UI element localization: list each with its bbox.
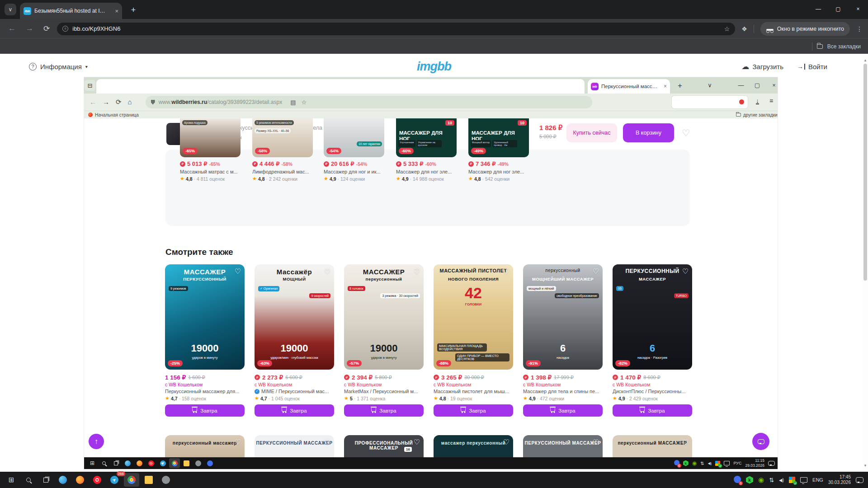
discount-badge: -65% <box>183 148 198 154</box>
product-old-price: 5 000 ₽ <box>539 134 562 140</box>
forward-icon[interactable]: → <box>26 24 33 33</box>
security-shield-icon <box>151 100 155 105</box>
image-title: Массажёр <box>255 268 334 276</box>
section-title: Смотрите также <box>165 247 233 257</box>
site-info-icon[interactable]: ≡ <box>62 26 68 32</box>
defender-icon[interactable] <box>789 477 795 483</box>
tab-search-chevron-icon[interactable]: ∨ <box>5 4 16 15</box>
tab-close-icon[interactable]: × <box>115 8 118 14</box>
product-price: 1 826 ₽ <box>539 124 562 132</box>
card-rating: 4,8 <box>474 176 481 182</box>
card-price: 3 265 ₽ <box>441 374 462 381</box>
network-icon[interactable] <box>800 477 807 483</box>
scroll-down-arrow[interactable]: ▼ <box>863 464 868 468</box>
scrollbar-thumb[interactable] <box>863 64 867 281</box>
firefox-button[interactable] <box>72 473 88 487</box>
app-button[interactable] <box>158 473 174 487</box>
card-rating: 4,9 <box>618 396 625 401</box>
imgbb-logo[interactable]: imgbb <box>0 60 868 74</box>
discount-badge: -58% <box>255 148 270 154</box>
address-bar[interactable]: ≡ ibb.co/Kp9XHGN6 ☆ <box>57 23 735 35</box>
new-tab-button[interactable]: + <box>127 4 139 16</box>
chat-bubble-icon <box>758 439 764 444</box>
volume-icon: ◀) <box>708 461 712 465</box>
bookmark-star-icon[interactable]: ☆ <box>724 25 730 33</box>
incognito-badge: Окно в режиме инкогнито <box>760 22 850 36</box>
card-rating: 4,7 <box>171 396 178 401</box>
image-caption: ударов в минуту <box>165 356 245 360</box>
image-chip: TURBO <box>674 293 689 298</box>
cloud-upload-icon: ☁ <box>742 62 750 71</box>
search-button[interactable] <box>21 473 36 487</box>
card-old-price: 5 800 ₽ <box>375 375 392 380</box>
product-card: ПЕРКУССИОННЫЙМАССАЖЕР05TURBO6насадок · Р… <box>613 264 692 417</box>
language-indicator[interactable]: ENG <box>812 477 823 483</box>
window-maximize-button[interactable]: ▢ <box>828 0 848 18</box>
card-name: Массажер для ног и ик... <box>324 169 384 174</box>
card-discount: -60% <box>425 161 436 167</box>
reader-mode-icon: ▤ <box>290 99 296 106</box>
card-old-price: 1 600 ₽ <box>188 375 205 380</box>
image-tag: Арома-подушка <box>182 120 208 125</box>
tray-app-icon[interactable]: 6 <box>734 476 741 484</box>
login-button[interactable]: → Войти <box>797 63 827 70</box>
page-scrollbar[interactable]: ▲ ▼ <box>863 54 868 472</box>
kaspersky-icon[interactable]: k <box>746 476 753 484</box>
discount-badge: -54% <box>326 148 341 154</box>
wishlist-heart-icon: ♡ <box>503 438 509 446</box>
carousel-card: Арома-подушка-65% ₽5 013 ₽-65% Массажный… <box>180 118 241 182</box>
hosted-screenshot-image[interactable]: ⊟ wb Перкуссионный массажер дл × + ∨ — ▢… <box>84 77 778 469</box>
all-bookmarks-button[interactable]: Все закладки <box>827 43 861 50</box>
inner-address-bar: www.wildberries.ru/catalog/393899223/det… <box>146 96 592 108</box>
imgbb-page: ? Информация ▾ imgbb ☁ Загрузить → Войти… <box>0 54 868 472</box>
url-text[interactable]: ibb.co/Kp9XHGN6 <box>72 25 120 32</box>
extensions-icon[interactable]: ❖ <box>741 25 747 33</box>
image-subtitle: перкуссионный <box>344 277 424 282</box>
bookmarks-bar: Все закладки <box>0 38 868 54</box>
upload-button[interactable]: ☁ Загрузить <box>742 62 784 71</box>
notifications-button[interactable] <box>856 477 863 483</box>
bookmarks-folder-icon <box>817 44 823 49</box>
browser-tab[interactable]: ibb Безымян55ный hosted at ImgB × <box>20 3 122 19</box>
image-chip: 10 <box>518 120 527 126</box>
product-card: МАССАЖНЫЙ ПИСТОЛЕТНОВОГО ПОКОЛЕНИЯ42ГОЛО… <box>434 264 513 417</box>
product-card: МассажёрМОЩНЫЙ✓ Оригинал9 скоростей19000… <box>255 264 334 417</box>
clock[interactable]: 17:4530.03.2026 <box>828 474 851 486</box>
delivery-button: Завтра <box>523 404 603 417</box>
inner-tab-box-icon: ⊟ <box>85 80 95 91</box>
card-reviews: · 4 811 оценок <box>193 176 225 182</box>
product-card-partial: ПЕРКУССИОННЫЙ МАССАЖЕР♡ <box>523 435 603 457</box>
start-button[interactable]: ⊞ <box>4 473 19 487</box>
window-minimize-button[interactable]: — <box>808 0 828 18</box>
star-icon: ★ <box>613 395 617 401</box>
telegram-button[interactable]: ➤266 <box>107 473 122 487</box>
opera-button[interactable]: O <box>90 473 105 487</box>
wildberries-favicon: wb <box>591 83 599 90</box>
card-rating: 4,8 <box>258 176 265 182</box>
image-chip: ✓ Оригинал <box>258 286 279 291</box>
divider <box>754 25 754 33</box>
image-chip: 3 режима · 30 скоростей <box>380 293 420 298</box>
scroll-up-arrow[interactable]: ▲ <box>863 58 868 62</box>
edge-button[interactable] <box>55 473 71 487</box>
inner-forward-icon: → <box>103 98 109 106</box>
star-icon: ★ <box>396 176 401 182</box>
card-discount: -54% <box>356 161 368 167</box>
card-old-price: 8 600 ₽ <box>643 375 660 380</box>
reload-icon[interactable]: ⟳ <box>43 24 50 33</box>
volume-icon[interactable]: ◀) <box>779 478 784 483</box>
kaspersky-icon: k <box>683 460 689 466</box>
file-explorer-button[interactable] <box>141 473 156 487</box>
star-icon: ★ <box>252 176 257 182</box>
network-icon <box>724 461 730 465</box>
wb-wallet-icon: ₽ <box>523 375 528 380</box>
product-card: МАССАЖЕРперкуссионный8 головок3 режима ·… <box>344 264 424 417</box>
nvidia-icon[interactable]: ◉ <box>758 476 764 484</box>
chrome-button[interactable] <box>124 473 139 487</box>
window-close-button[interactable]: × <box>848 0 868 18</box>
browser-menu-icon[interactable]: ⋮ <box>856 25 863 33</box>
task-view-button[interactable] <box>38 473 53 487</box>
star-icon: ★ <box>180 176 184 182</box>
back-icon[interactable]: ← <box>8 24 16 33</box>
usb-icon[interactable]: ⇅ <box>769 477 774 483</box>
